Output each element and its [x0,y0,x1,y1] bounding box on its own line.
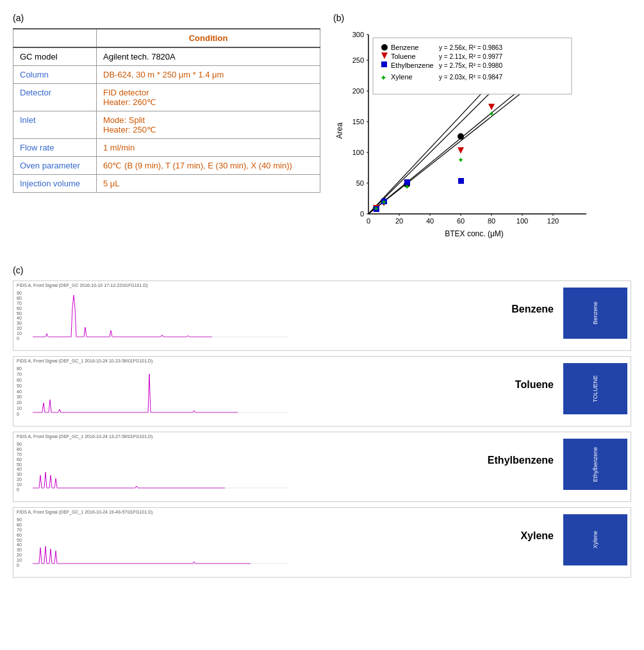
chromato-signal-1 [33,364,560,421]
chromato-signal-2 [33,440,560,496]
chromato-row-2: FIDS A, Front Signal (DEF_GC_1 2016-10-2… [13,432,631,502]
table-param-1: Column [13,66,97,84]
svg-text:40: 40 [426,217,434,225]
chromato-title-0: Benzene [511,304,554,315]
chromato-signal-3 [33,516,560,572]
chromato-row-1: FIDS A, Front Signal (DEF_GC_1 2016-10-2… [13,356,631,427]
chromato-header-3: FIDS A, Front Signal (DEF_GC_1 2016-10-2… [17,510,153,514]
conditions-table: Condition GC modelAgilent tech. 7820ACol… [13,28,320,193]
table-param-0: GC model [13,47,97,66]
svg-text:y = 2.11x, R² = 0.9977: y = 2.11x, R² = 0.9977 [439,53,502,60]
svg-text:BTEX conc. (μM): BTEX conc. (μM) [445,229,504,238]
svg-point-38 [458,133,464,140]
chromato-yaxis-0: 9080706050403020100 [17,291,22,341]
svg-rect-50 [458,178,464,184]
chromatograms-container: FIDS A, Front Signal (DEF_GC 2016-10-10 … [13,280,631,578]
chromato-blue-box-3: Xylene [563,514,627,565]
chromato-box-label-2: Ethylbenzene [592,447,599,482]
svg-text:y = 2.75x, R² = 0.9980: y = 2.75x, R² = 0.9980 [439,62,502,69]
panel-b-label: (b) [333,13,628,23]
svg-text:Area: Area [335,122,344,139]
svg-text:✦: ✦ [381,198,387,207]
svg-text:100: 100 [516,217,528,225]
table-param-6: Injection volume [13,175,97,193]
chromato-title-1: Toluene [515,379,554,391]
svg-text:y = 2.56x, R² = 0.9863: y = 2.56x, R² = 0.9863 [439,44,502,51]
chart-container: 0 50 100 150 200 250 300 [333,28,602,246]
svg-text:Ethylbenzene: Ethylbenzene [391,61,434,69]
chromato-signal-0 [33,289,560,345]
chromato-title-3: Xylene [520,530,554,542]
chromato-header-0: FIDS A, Front Signal (DEF_GC 2016-10-10 … [17,283,148,288]
table-param-3: Inlet [13,111,97,139]
chromato-title-2: Ethylbenzene [488,455,554,466]
table-value-6: 5 μL [97,175,320,193]
svg-text:y = 2.03x, R² = 0.9847: y = 2.03x, R² = 0.9847 [439,74,502,81]
table-param-5: Oven parameter [13,157,97,175]
chromato-header-2: FIDS A, Front Signal (DEF_GC_1 2016-10-2… [17,434,153,439]
panel-b: (b) 0 50 100 150 200 [333,13,628,246]
svg-text:Xylene: Xylene [391,73,413,81]
svg-text:120: 120 [547,217,559,225]
table-condition-header: Condition [97,29,320,47]
svg-text:0: 0 [367,217,370,225]
svg-text:✦: ✦ [373,204,379,213]
svg-line-34 [368,92,522,214]
svg-text:✦: ✦ [458,156,464,165]
svg-text:150: 150 [352,118,364,126]
table-value-1: DB-624, 30 m * 250 μm * 1.4 μm [97,66,320,84]
svg-text:✦: ✦ [404,183,410,191]
svg-rect-64 [381,61,387,67]
svg-line-32 [368,88,522,214]
table-param-2: Detector [13,84,97,111]
svg-text:50: 50 [356,179,364,187]
panel-c: (c) FIDS A, Front Signal (DEF_GC 2016-10… [13,265,631,578]
svg-text:✦: ✦ [380,73,387,83]
panel-a-label: (a) [13,13,320,23]
svg-text:Benzene: Benzene [391,44,418,51]
table-value-0: Agilent tech. 7820A [97,47,320,66]
chromato-yaxis-1: 80706050403020100 [17,366,22,416]
svg-text:20: 20 [395,217,403,225]
chromato-row-3: FIDS A, Front Signal (DEF_GC_1 2016-10-2… [13,507,631,578]
svg-point-60 [381,44,388,51]
panel-a: (a) Condition GC modelAgilent tech. 7820… [13,13,320,246]
svg-text:250: 250 [352,56,364,64]
chromato-blue-box-0: Benzene [563,288,627,339]
svg-text:✦: ✦ [488,110,495,118]
chromato-yaxis-3: 9080706050403020100 [17,517,22,567]
svg-text:200: 200 [352,87,364,95]
chromato-blue-box-2: Ethylbenzene [563,439,627,490]
chromato-box-label-1: TOLUENE [592,375,599,402]
chromato-blue-box-1: TOLUENE [563,363,627,414]
svg-marker-44 [458,147,464,154]
table-empty-header [13,29,97,47]
table-value-4: 1 ml/min [97,139,320,157]
svg-text:80: 80 [488,217,495,225]
svg-text:Toluene: Toluene [391,53,416,60]
table-value-3: Mode: Split Heater: 250℃ [97,111,320,139]
chromato-row-0: FIDS A, Front Signal (DEF_GC 2016-10-10 … [13,280,631,351]
svg-text:100: 100 [352,149,364,156]
panel-c-label: (c) [13,265,631,275]
svg-text:300: 300 [352,31,364,38]
chromato-box-label-3: Xylene [592,531,599,549]
scatter-chart: 0 50 100 150 200 250 300 [333,28,602,246]
table-value-5: 60℃ (B (9 min), T (17 min), E (30 min), … [97,157,320,175]
chromato-box-label-0: Benzene [592,302,599,325]
table-param-4: Flow rate [13,139,97,157]
chromato-yaxis-2: 9080706050403020100 [17,442,22,492]
svg-text:0: 0 [360,210,364,218]
svg-text:60: 60 [457,217,465,225]
chromato-header-1: FIDS A, Front Signal (DEF_GC_1 2016-10-2… [17,359,153,363]
table-value-2: FID detector Heater: 260℃ [97,84,320,111]
